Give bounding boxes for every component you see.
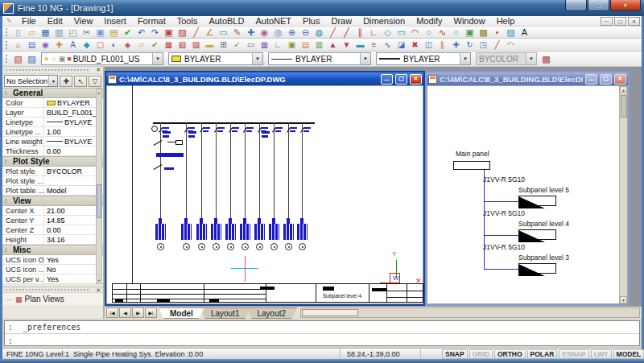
redo-icon[interactable]: ↷: [148, 27, 162, 38]
layout-tab[interactable]: Model: [159, 307, 204, 319]
move-floor-icon[interactable]: ✚: [52, 39, 66, 50]
tab-nav-button[interactable]: ▶: [132, 307, 144, 318]
paste-icon[interactable]: ▤: [107, 27, 121, 38]
sketch-icon[interactable]: ✎: [230, 27, 244, 38]
cell-grid-icon[interactable]: ⊞: [217, 39, 230, 50]
close-icon[interactable]: ✕: [96, 67, 101, 73]
new-icon[interactable]: ▯: [11, 27, 25, 38]
command-window[interactable]: : _preferences :: [4, 320, 640, 346]
close-button[interactable]: ✕: [614, 74, 626, 85]
layout-check-icon[interactable]: ▣: [162, 27, 175, 38]
stack-icon[interactable]: ≡: [367, 39, 381, 50]
menu-item[interactable]: Draw: [325, 16, 357, 27]
property-row[interactable]: Height 34.16: [2, 235, 103, 245]
layout-tab[interactable]: Layout2: [246, 307, 297, 319]
linetype-combobox[interactable]: BYLAYER ▼: [268, 52, 371, 65]
props-icon[interactable]: ▥: [312, 39, 326, 50]
vertical-scrollbar[interactable]: ▲ ▼: [619, 86, 627, 303]
hatch-icon[interactable]: ▨: [504, 27, 518, 38]
select-objects-button[interactable]: ↖: [74, 76, 87, 87]
status-toggle[interactable]: SNAP: [442, 349, 468, 359]
property-row[interactable]: Plot table ... Model: [2, 186, 103, 196]
property-row[interactable]: UCS icon ... No: [2, 265, 103, 274]
layer-freeze-icon[interactable]: ☼: [50, 56, 56, 63]
zoom-extents-icon[interactable]: ◍: [312, 27, 326, 38]
status-toggle[interactable]: MODEL: [613, 349, 644, 359]
table-icon[interactable]: ▦: [258, 39, 271, 50]
maximize-button[interactable]: ▢: [588, 0, 609, 11]
palette-grip[interactable]: ✕: [2, 67, 103, 74]
plan-views-grip[interactable]: ✕: [2, 287, 103, 293]
make-block-icon[interactable]: ▩: [477, 27, 490, 38]
status-toggle[interactable]: LWT: [591, 349, 612, 359]
property-row[interactable]: Center Z 0.00: [2, 225, 103, 235]
scroll-down-icon[interactable]: ▼: [97, 277, 101, 283]
close-button[interactable]: ✕: [410, 74, 422, 85]
property-row[interactable]: UCS per v... Yes: [2, 274, 103, 284]
elecdp-title-bar[interactable]: C:\4M\CALC\8_3_BUILDING.BLD\ElecDP.DWG —…: [106, 72, 423, 85]
menu-item[interactable]: AutoBLD: [203, 16, 250, 27]
plan-views-item[interactable]: — ▦ Plan Views: [2, 293, 103, 305]
scrollbar-thumb[interactable]: [302, 309, 358, 316]
color-combobox[interactable]: BYLAYER ▼: [168, 52, 263, 65]
property-row[interactable]: Thickness 0.00: [2, 146, 103, 156]
menu-item[interactable]: AutoNET: [250, 16, 297, 27]
polyline-icon[interactable]: ∟: [367, 27, 381, 38]
status-toggle[interactable]: ORTHO: [494, 349, 526, 359]
property-row[interactable]: Plot style ...: [2, 176, 103, 186]
scroll-up-icon[interactable]: ▲: [620, 86, 627, 93]
print-preview-icon[interactable]: ◰: [66, 27, 80, 38]
print-icon[interactable]: ▥: [52, 27, 66, 38]
lineweight-combobox[interactable]: BYLAYER ▼: [376, 52, 471, 65]
doc-restore-button[interactable]: ▢: [614, 17, 626, 26]
zoom-out-icon[interactable]: ⊖: [299, 27, 312, 38]
layer-lock-icon[interactable]: ▣: [59, 56, 66, 63]
close-icon[interactable]: ✕: [96, 287, 101, 294]
close-button[interactable]: ✕: [610, 0, 641, 11]
toolbar-grip[interactable]: [6, 55, 9, 63]
annotate-icon[interactable]: A: [66, 39, 80, 50]
undo-icon[interactable]: ↶: [134, 27, 148, 38]
corner-icon[interactable]: ∟: [271, 39, 285, 50]
levels-icon[interactable]: ▬: [353, 39, 367, 50]
toolbar-grip[interactable]: [6, 28, 9, 36]
rectangle-icon[interactable]: ▭: [394, 27, 408, 38]
pickadd-toggle-button[interactable]: ✚: [60, 76, 72, 87]
property-row[interactable]: Linetype ... 1.00: [2, 127, 103, 137]
minimize-button[interactable]: —: [585, 74, 597, 85]
fillet-icon[interactable]: ◠: [504, 39, 518, 50]
scroll-up-icon[interactable]: ▲: [97, 89, 101, 96]
section-header[interactable]: ↕ Misc: [2, 245, 103, 255]
layout-edit-icon[interactable]: ▨: [175, 27, 189, 38]
pan-icon[interactable]: ✚: [244, 27, 258, 38]
toolbar-grip[interactable]: [6, 41, 9, 49]
wave-icon[interactable]: ∿: [381, 39, 394, 50]
minimize-button[interactable]: —: [381, 74, 393, 85]
open-icon[interactable]: ▱: [25, 27, 39, 38]
layer-on-icon[interactable]: ●: [44, 56, 48, 63]
check-node-icon[interactable]: ✓: [230, 39, 244, 50]
elecdp-canvas[interactable]: Y W ✕: [106, 85, 423, 304]
spelling-check-icon[interactable]: ✔: [121, 27, 134, 38]
construction-line-icon[interactable]: ╱: [340, 27, 353, 38]
erase-icon[interactable]: ✖: [408, 39, 422, 50]
save-icon[interactable]: ▦: [39, 27, 52, 38]
down-level-icon[interactable]: ▼: [340, 39, 353, 50]
scrollbar-thumb[interactable]: [621, 95, 627, 118]
tab-nav-button[interactable]: ◀: [119, 307, 131, 318]
shade-icon[interactable]: ◐: [107, 39, 121, 50]
minimize-button[interactable]: —: [565, 0, 587, 11]
menu-item[interactable]: Window: [448, 16, 491, 27]
property-row[interactable]: Center Y 14.85: [2, 216, 103, 225]
palette-scrollbar[interactable]: ▲ ▼: [96, 89, 102, 284]
zoom-realtime-icon[interactable]: ◉: [258, 27, 271, 38]
building-icon[interactable]: ⌂: [11, 39, 25, 50]
move-icon[interactable]: ✚: [449, 39, 463, 50]
doc-minimize-button[interactable]: —: [601, 17, 613, 26]
text-icon[interactable]: A: [518, 27, 531, 38]
yellow-bar-icon[interactable]: ▬: [203, 39, 217, 50]
scroll-down-icon[interactable]: ▼: [620, 296, 627, 303]
property-row[interactable]: Line weight BYLAYE: [2, 137, 103, 146]
measure-distance-icon[interactable]: ╱: [189, 27, 203, 38]
zoom-window-icon[interactable]: ◎: [271, 27, 285, 38]
